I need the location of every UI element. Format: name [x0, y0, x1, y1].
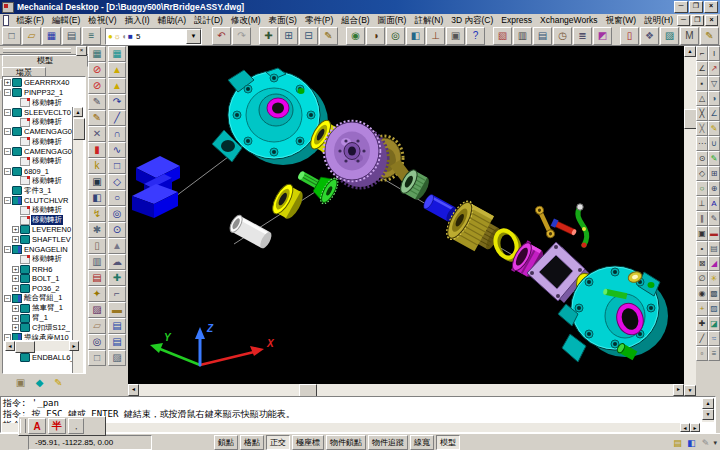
status-toggle[interactable]: 物件鎖點 — [326, 435, 366, 450]
document-icon[interactable] — [3, 15, 9, 26]
tree-row[interactable]: 移動轉折 — [3, 254, 75, 264]
new-part-icon[interactable]: ▧ — [493, 27, 512, 45]
close-button[interactable]: × — [704, 1, 718, 13]
stats-icon[interactable]: ≡ — [708, 346, 720, 361]
scroll-up-icon[interactable]: ▲ — [684, 46, 696, 57]
sun-icon[interactable]: ✳ — [708, 271, 720, 286]
dimension-icon[interactable]: k — [88, 158, 106, 174]
menu-item[interactable]: 修改(M) — [227, 15, 265, 27]
cloud-icon[interactable]: ☁ — [108, 254, 126, 270]
status-toggle[interactable]: 格點 — [240, 435, 264, 450]
new-file-icon[interactable]: □ — [2, 27, 21, 45]
pen-icon[interactable]: ✎ — [699, 437, 711, 449]
assembly-icon[interactable]: ▨ — [660, 27, 679, 45]
tray-chevron-icon[interactable]: ▾ — [713, 439, 717, 447]
tree-row[interactable]: 移動轉折 — [3, 137, 75, 147]
expand-toggle[interactable]: + — [12, 305, 19, 312]
monitor-icon[interactable]: ▣ — [88, 174, 106, 190]
part-catalog-icon[interactable]: ▯ — [620, 27, 639, 45]
pencil2-icon[interactable]: ✎ — [700, 27, 719, 45]
none-icon[interactable]: ∅ — [696, 271, 708, 286]
scroll-left-icon[interactable]: ◄ — [128, 384, 139, 396]
table-icon[interactable]: ▥ — [513, 27, 532, 45]
extension-icon[interactable]: ⋯ — [696, 136, 708, 151]
track-point-icon[interactable]: + — [696, 301, 708, 316]
tree-row[interactable]: 移動轉折 — [3, 176, 75, 186]
expand-toggle[interactable]: + — [12, 285, 19, 292]
browser-header[interactable]: × — [0, 46, 88, 55]
palette-icon[interactable]: ▨ — [88, 302, 106, 318]
scroll-up-icon[interactable]: ▲ — [73, 107, 83, 117]
tree-row[interactable]: − 6809_1 — [3, 166, 75, 176]
center-icon[interactable]: ⊙ — [696, 151, 708, 166]
menu-item[interactable]: 設計(D) — [190, 15, 227, 27]
folder2-icon[interactable]: ▱ — [88, 318, 106, 334]
work-plane-icon[interactable]: ◧ — [88, 190, 106, 206]
tree-row[interactable]: 移動轉折 — [3, 156, 75, 166]
scene-icon[interactable]: ▦ — [88, 46, 106, 62]
expand-toggle[interactable]: − — [4, 295, 11, 302]
move-icon[interactable]: ✚ — [108, 270, 126, 286]
tree-row[interactable]: − ENGAGELIN — [3, 245, 75, 255]
lamp-icon[interactable]: ✦ — [88, 286, 106, 302]
scroll-right-icon[interactable]: ► — [690, 423, 700, 432]
tree-row[interactable]: + RRH6 — [3, 264, 75, 274]
spline-icon[interactable]: ∿ — [108, 142, 126, 158]
expand-toggle[interactable]: − — [4, 168, 11, 175]
text-a-icon[interactable]: A — [708, 196, 720, 211]
status-toggle[interactable]: 鎖點 — [214, 435, 238, 450]
menu-item[interactable]: 註解(N) — [410, 15, 447, 27]
tree-row[interactable]: 移動轉折 — [3, 117, 75, 127]
profile-pencil-icon[interactable]: ✎ — [88, 110, 106, 126]
ime-grip[interactable] — [20, 419, 26, 433]
tree-row[interactable]: 移動轉折 — [3, 205, 75, 215]
tangent-icon[interactable]: ○ — [696, 181, 708, 196]
tree-row[interactable]: − SLEEVECLT0 — [3, 107, 75, 117]
leader-icon[interactable]: ↗ — [708, 61, 720, 76]
datum-icon[interactable]: ▽ — [708, 76, 720, 91]
insert-icon[interactable]: ▣ — [696, 226, 708, 241]
erase-red-icon[interactable]: ⊘ — [88, 62, 106, 78]
angle-icon[interactable]: ∠ — [708, 106, 720, 121]
ime-shape-button[interactable]: 半 — [48, 418, 66, 434]
green-pencil-icon[interactable]: ✎ — [708, 151, 720, 166]
ime-language-button[interactable]: A — [28, 418, 46, 434]
menu-item[interactable]: 零件(P) — [301, 15, 337, 27]
canvas-horizontal-scrollbar[interactable]: ◄ ► — [128, 384, 684, 396]
tree-row[interactable]: + C扣環S12_ — [3, 323, 75, 333]
redline-icon[interactable]: ▬ — [708, 226, 720, 241]
ruler-icon[interactable]: ▬ — [108, 302, 126, 318]
expand-toggle[interactable]: + — [12, 275, 19, 282]
landscape-icon[interactable]: ◪ — [708, 316, 720, 331]
quadrant-icon[interactable]: ◇ — [696, 166, 708, 181]
point-filter-icon[interactable]: ✚ — [696, 316, 708, 331]
expand-toggle[interactable]: − — [4, 128, 11, 135]
ime-punct-button[interactable]: ， — [68, 418, 84, 434]
append-sketch-icon[interactable]: ✕ — [88, 126, 106, 142]
constraint-icon[interactable]: ▮ — [88, 142, 106, 158]
lightning-icon[interactable]: ↯ — [88, 206, 106, 222]
zoom-window-icon[interactable]: ⊞ — [279, 27, 298, 45]
expand-toggle[interactable]: − — [4, 109, 11, 116]
status-toggle[interactable]: 模型 — [436, 435, 460, 450]
osnap-settings-icon[interactable]: ◉ — [696, 286, 708, 301]
tree-row[interactable]: + GEARRRX40 — [3, 78, 75, 88]
canvas-vertical-scrollbar[interactable]: ▲ ▼ — [684, 46, 696, 396]
menu-item[interactable]: 輔助(A) — [154, 15, 190, 27]
save-icon[interactable]: ▦ — [42, 27, 61, 45]
expand-toggle[interactable]: − — [4, 148, 11, 155]
warning1-icon[interactable]: ▲ — [108, 62, 126, 78]
balloon-icon[interactable]: ◷ — [553, 27, 572, 45]
status-toggle[interactable]: 線寬 — [410, 435, 434, 450]
zoom-previous-icon[interactable]: ⊟ — [299, 27, 318, 45]
layer-combo[interactable]: ●☼◐■ 5 ▼ — [105, 28, 202, 45]
print-icon[interactable]: ▤ — [62, 27, 81, 45]
layers-icon[interactable]: ≡ — [82, 27, 101, 45]
expand-toggle[interactable]: + — [4, 79, 11, 86]
ellipse-icon[interactable]: ⊙ — [108, 222, 126, 238]
command-vertical-scrollbar[interactable]: ▲ ▼ — [702, 398, 714, 422]
temp-track-icon[interactable]: ⌐ — [696, 46, 708, 61]
update-part-icon[interactable]: ◉ — [346, 27, 365, 45]
drag-hand-icon[interactable]: ❖ — [640, 27, 659, 45]
menu-item[interactable]: 圖面(R) — [374, 15, 411, 27]
